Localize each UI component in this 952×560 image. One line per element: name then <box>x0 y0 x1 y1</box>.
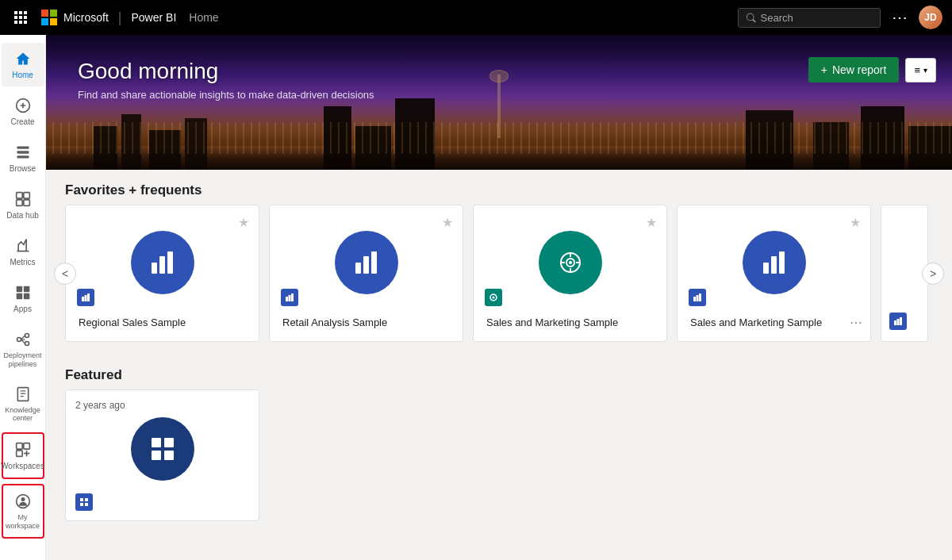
search-box[interactable] <box>738 8 881 28</box>
hero-content: Good morning Find and share actionable i… <box>78 59 374 101</box>
sidebar-label-browse: Browse <box>10 164 36 174</box>
svg-point-31 <box>21 497 25 501</box>
svg-rect-3 <box>14 16 17 19</box>
card-star-icon-3[interactable]: ★ <box>646 215 657 230</box>
sidebar-item-myworkspace[interactable]: My workspace <box>2 484 44 539</box>
svg-rect-57 <box>900 317 902 325</box>
svg-point-21 <box>17 338 21 342</box>
needle-top <box>489 70 509 82</box>
waffle-menu-icon[interactable] <box>10 6 32 29</box>
svg-rect-59 <box>164 438 174 447</box>
card-badge-3 <box>485 289 502 306</box>
more-options-icon[interactable]: ⋯ <box>887 8 912 27</box>
svg-rect-62 <box>80 498 83 501</box>
svg-rect-13 <box>16 193 22 199</box>
sidebar-item-home[interactable]: Home <box>2 43 44 86</box>
new-report-button[interactable]: + New report <box>808 57 900 82</box>
svg-point-22 <box>25 334 29 338</box>
svg-rect-5 <box>24 16 27 19</box>
data-hub-icon <box>13 190 33 209</box>
svg-rect-24 <box>17 387 28 401</box>
svg-rect-34 <box>167 251 173 274</box>
svg-rect-55 <box>894 320 896 325</box>
brand-name: Microsoft <box>63 11 109 24</box>
card-star-icon-4[interactable]: ★ <box>850 215 861 230</box>
svg-rect-0 <box>14 11 17 14</box>
user-avatar[interactable]: JD <box>919 6 942 29</box>
my-workspace-icon <box>13 492 33 511</box>
ms-logo: Microsoft <box>41 10 109 25</box>
featured-title: Featured <box>65 367 933 383</box>
svg-rect-50 <box>771 256 777 274</box>
favorites-title: Favorites + frequents <box>65 182 933 198</box>
view-toggle-button[interactable]: ≡ ▾ <box>905 58 936 82</box>
svg-rect-43 <box>291 293 294 301</box>
svg-rect-58 <box>152 438 161 447</box>
search-input[interactable] <box>761 12 872 24</box>
view-chevron-icon: ▾ <box>923 66 927 75</box>
sidebar-item-create[interactable]: Create <box>2 90 44 133</box>
svg-rect-54 <box>699 293 701 301</box>
card-icon-4 <box>743 231 806 294</box>
main-layout: Home Create Browse Data hub Metrics <box>0 35 952 560</box>
ms-sq-red <box>41 10 48 17</box>
card-retail-analysis[interactable]: ★ <box>269 205 463 342</box>
card-star-icon-2[interactable]: ★ <box>442 215 453 230</box>
card-sales-marketing-2[interactable]: ★ <box>677 205 871 342</box>
sidebar-label-home: Home <box>12 71 33 80</box>
svg-rect-2 <box>24 11 27 14</box>
svg-rect-17 <box>16 286 22 293</box>
svg-rect-52 <box>693 297 696 301</box>
product-name: Power BI <box>131 11 176 24</box>
sidebar-label-deployment: Deployment pipelines <box>3 351 41 369</box>
sidebar-item-metrics[interactable]: Metrics <box>2 230 44 274</box>
home-icon <box>13 49 33 68</box>
card-icon-3 <box>539 231 602 294</box>
svg-rect-33 <box>159 256 165 274</box>
card-name-1: Regional Sales Sample <box>79 313 246 328</box>
sidebar-label-myworkspace: My workspace <box>6 513 40 531</box>
svg-rect-61 <box>164 451 174 460</box>
svg-rect-4 <box>19 16 22 19</box>
svg-rect-51 <box>779 251 785 274</box>
svg-rect-15 <box>16 200 22 206</box>
nav-separator: | <box>118 10 122 26</box>
favorites-cards-row: ★ <box>65 205 933 342</box>
card-badge-1 <box>77 289 94 306</box>
cards-container: < > ★ <box>65 205 933 342</box>
card-sales-marketing-1[interactable]: ★ <box>473 205 667 342</box>
card-star-icon-1[interactable]: ★ <box>238 215 249 230</box>
svg-rect-35 <box>82 297 84 301</box>
featured-section: Featured 2 years ago <box>46 355 952 534</box>
svg-rect-6 <box>14 21 17 24</box>
svg-rect-1 <box>19 11 22 14</box>
sidebar-item-browse[interactable]: Browse <box>2 136 44 180</box>
hero-banner: Good morning Find and share actionable i… <box>46 35 952 170</box>
card-badge-4 <box>689 289 706 306</box>
svg-rect-14 <box>23 193 29 199</box>
svg-point-46 <box>569 261 572 264</box>
microsoft-squares <box>41 10 57 25</box>
sidebar-item-datahub[interactable]: Data hub <box>2 183 44 227</box>
sidebar-item-apps[interactable]: Apps <box>2 277 44 320</box>
svg-rect-26 <box>23 443 29 450</box>
card-more-icon-4[interactable]: ⋯ <box>850 315 862 330</box>
sidebar-item-knowledge[interactable]: Knowledge center <box>2 378 44 430</box>
svg-rect-64 <box>80 503 83 506</box>
apps-icon <box>13 283 33 302</box>
knowledge-icon <box>13 385 33 404</box>
featured-card-1[interactable]: 2 years ago <box>65 389 259 521</box>
card-regional-sales[interactable]: ★ <box>65 205 259 342</box>
svg-rect-56 <box>897 319 900 325</box>
svg-rect-19 <box>16 293 22 300</box>
svg-rect-25 <box>16 443 22 450</box>
svg-rect-18 <box>23 286 29 293</box>
cards-next-button[interactable]: > <box>922 263 944 285</box>
cards-prev-button[interactable]: < <box>54 263 76 285</box>
card-partial[interactable] <box>881 205 928 342</box>
workspaces-icon <box>13 440 33 459</box>
card-icon-2 <box>335 231 398 294</box>
sidebar-item-deployment[interactable]: Deployment pipelines <box>2 324 44 375</box>
sidebar-item-workspaces[interactable]: Workspaces <box>2 432 44 479</box>
svg-point-23 <box>25 342 29 346</box>
